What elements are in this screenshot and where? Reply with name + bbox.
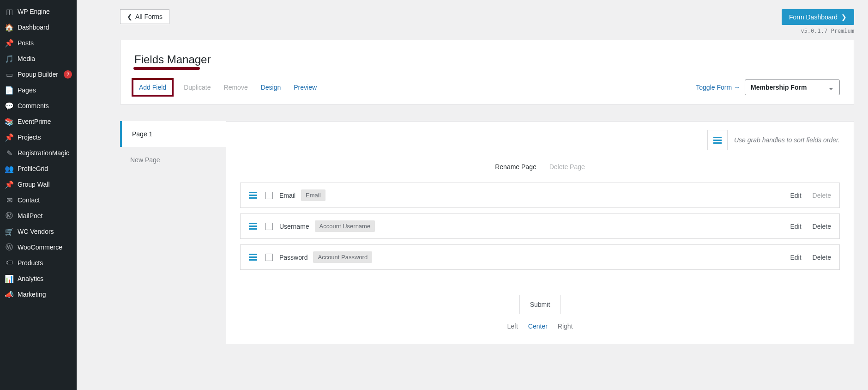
cart-icon: 🛒: [5, 227, 14, 236]
sidebar-item-label: Projects: [18, 134, 72, 141]
sidebar-item-popup-builder[interactable]: ▭ Popup Builder 2: [0, 67, 77, 82]
align-center[interactable]: Center: [528, 323, 548, 330]
chevron-right-icon: ❯: [841, 13, 847, 21]
woo-icon: ⓦ: [5, 243, 14, 252]
sidebar-item-mailpoet[interactable]: Ⓜ MailPoet: [0, 208, 77, 224]
sort-icon-box[interactable]: [707, 130, 728, 150]
edit-field-action[interactable]: Edit: [790, 254, 801, 261]
sidebar-item-groupwall[interactable]: 📌 Group Wall: [0, 177, 77, 192]
sidebar-item-contact[interactable]: ✉ Contact: [0, 192, 77, 208]
fields-area: Use grab handles to sort fields order. R…: [226, 121, 854, 344]
edit-field-action[interactable]: Edit: [790, 223, 801, 230]
analytics-icon: 📊: [5, 274, 14, 283]
field-type-badge: Email: [301, 189, 326, 201]
field-checkbox[interactable]: [265, 192, 273, 199]
pages-icon: 📄: [5, 85, 14, 95]
sort-hint: Use grab handles to sort fields order.: [734, 136, 840, 144]
delete-field-action[interactable]: Delete: [813, 192, 831, 199]
page-tabs: Page 1 New Page: [120, 121, 226, 344]
chevron-down-icon: ⌄: [828, 84, 834, 91]
pin-icon: 📌: [5, 133, 14, 142]
event-icon: 📚: [5, 117, 14, 126]
sidebar-item-comments[interactable]: 💬 Comments: [0, 98, 77, 114]
page-title: Fields Manager: [134, 53, 211, 67]
sidebar-item-label: WC Vendors: [18, 228, 72, 235]
field-row: Email Email Edit Delete: [240, 183, 840, 208]
toggle-form-label: Toggle Form →: [696, 84, 740, 91]
sidebar-item-projects[interactable]: 📌 Projects: [0, 129, 77, 145]
remove-link[interactable]: Remove: [224, 84, 248, 91]
top-bar: ❮ All Forms Form Dashboard ❯ v5.0.1.7 Pr…: [120, 9, 854, 34]
annotation-highlight-box: Add Field: [132, 78, 174, 97]
sidebar-item-label: Dashboard: [18, 24, 72, 31]
add-field-link[interactable]: Add Field: [139, 84, 166, 91]
all-forms-button[interactable]: ❮ All Forms: [120, 9, 169, 24]
sidebar-item-label: WooCommerce: [18, 244, 72, 251]
mailpoet-icon: Ⓜ: [5, 211, 14, 220]
align-left[interactable]: Left: [507, 323, 518, 330]
content-row: Page 1 New Page Use grab handles to sort…: [120, 121, 854, 344]
align-right[interactable]: Right: [558, 323, 573, 330]
sidebar-item-media[interactable]: 🎵 Media: [0, 51, 77, 67]
panel-header: Fields Manager Add Field Duplicate Remov…: [121, 40, 854, 104]
field-row: Password Account Password Edit Delete: [240, 244, 840, 270]
delete-field-action[interactable]: Delete: [813, 254, 831, 261]
sidebar-item-label: ProfileGrid: [18, 165, 72, 172]
wp-admin-sidebar: ◫ WP Engine 🏠 Dashboard 📌 Posts 🎵 Media …: [0, 0, 77, 390]
sidebar-item-label: WP Engine: [18, 8, 72, 15]
sidebar-item-label: Contact: [18, 196, 72, 204]
edit-field-action[interactable]: Edit: [790, 192, 801, 199]
pin-icon: 📌: [5, 180, 14, 189]
fields-list: Email Email Edit Delete Username Account…: [240, 183, 840, 270]
field-name: Username: [279, 223, 309, 230]
grab-handle-icon[interactable]: [249, 254, 257, 261]
align-row: Left Center Right: [240, 323, 840, 330]
delete-field-action[interactable]: Delete: [813, 223, 831, 230]
mail-icon: ✉: [5, 195, 14, 205]
sidebar-item-registrationmagic[interactable]: ✎ RegistrationMagic: [0, 145, 77, 161]
all-forms-label: All Forms: [135, 13, 163, 20]
sidebar-item-marketing[interactable]: 📣 Marketing: [0, 286, 77, 302]
field-checkbox[interactable]: [265, 223, 273, 230]
page-tab-1[interactable]: Page 1: [120, 121, 226, 147]
form-dashboard-button[interactable]: Form Dashboard ❯: [782, 9, 854, 25]
form-dashboard-label: Form Dashboard: [789, 13, 838, 21]
marketing-icon: 📣: [5, 290, 14, 299]
form-select[interactable]: Membership Form ⌄: [745, 79, 840, 95]
field-checkbox[interactable]: [265, 254, 273, 261]
sidebar-item-label: Analytics: [18, 275, 72, 282]
sidebar-item-label: RegistrationMagic: [18, 149, 72, 157]
sidebar-item-woocommerce[interactable]: ⓦ WooCommerce: [0, 239, 77, 255]
sidebar-item-label: Comments: [18, 102, 72, 110]
sidebar-item-pages[interactable]: 📄 Pages: [0, 82, 77, 98]
sidebar-item-label: Posts: [18, 39, 72, 47]
rename-page-action[interactable]: Rename Page: [495, 163, 536, 171]
sidebar-item-analytics[interactable]: 📊 Analytics: [0, 271, 77, 286]
media-icon: 🎵: [5, 54, 14, 63]
sidebar-item-eventprime[interactable]: 📚 EventPrime: [0, 114, 77, 129]
sidebar-item-label: Marketing: [18, 291, 72, 298]
sidebar-item-products[interactable]: 🏷 Products: [0, 255, 77, 271]
grab-handle-icon[interactable]: [249, 192, 257, 199]
fields-header: Use grab handles to sort fields order.: [240, 122, 840, 158]
sidebar-item-profilegrid[interactable]: 👥 ProfileGrid: [0, 161, 77, 177]
sidebar-item-posts[interactable]: 📌 Posts: [0, 35, 77, 51]
field-name: Password: [279, 254, 307, 261]
new-page-tab[interactable]: New Page: [120, 147, 226, 173]
main-content: ❮ All Forms Form Dashboard ❯ v5.0.1.7 Pr…: [77, 0, 868, 390]
grab-handle-icon[interactable]: [249, 223, 257, 230]
submit-row: Submit: [240, 295, 840, 314]
design-link[interactable]: Design: [261, 84, 281, 91]
delete-page-action[interactable]: Delete Page: [549, 163, 585, 171]
notification-badge: 2: [64, 70, 72, 79]
sidebar-item-wcvendors[interactable]: 🛒 WC Vendors: [0, 224, 77, 239]
sidebar-item-dashboard[interactable]: 🏠 Dashboard: [0, 19, 77, 35]
sidebar-item-wpengine[interactable]: ◫ WP Engine: [0, 4, 77, 19]
field-type-badge: Account Password: [313, 251, 372, 263]
duplicate-link[interactable]: Duplicate: [184, 84, 211, 91]
submit-button[interactable]: Submit: [519, 295, 561, 314]
preview-link[interactable]: Preview: [294, 84, 317, 91]
field-name: Email: [279, 192, 295, 199]
users-icon: 👥: [5, 164, 14, 173]
sidebar-item-label: Pages: [18, 86, 72, 94]
